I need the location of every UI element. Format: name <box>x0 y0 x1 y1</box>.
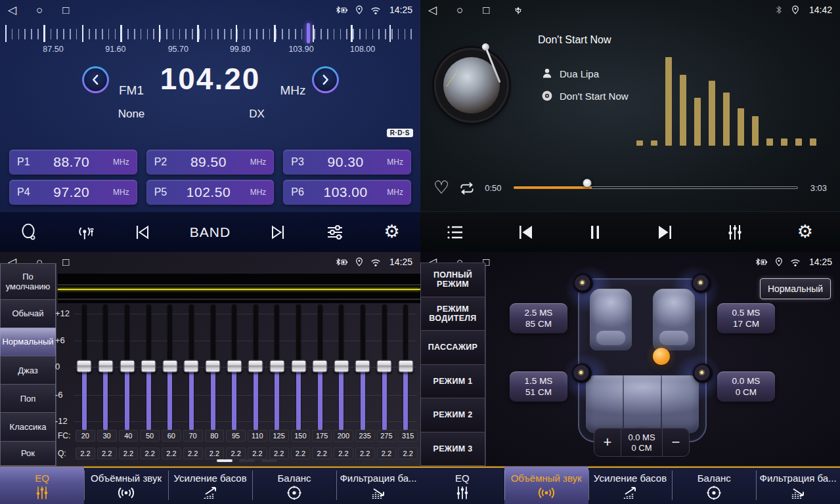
fc-value[interactable]: 40 <box>119 430 139 442</box>
q-value[interactable]: 2.2 <box>183 448 203 459</box>
tab-balance[interactable]: Баланс <box>672 467 756 504</box>
increase-delay-button[interactable]: + <box>594 429 621 456</box>
preset-button-p2[interactable]: P2 89.50 MHz <box>146 150 275 175</box>
q-value[interactable]: 2.2 <box>248 448 267 459</box>
previous-track-button[interactable] <box>516 222 535 242</box>
tab-surround[interactable]: Объёмный звук <box>504 467 588 504</box>
q-value[interactable]: 2.2 <box>269 448 289 459</box>
recents-button[interactable]: □ <box>62 257 69 268</box>
tab-filter[interactable]: Фильтрация ба... <box>756 467 840 504</box>
back-button[interactable]: ◁ <box>8 5 16 16</box>
delay-front-right[interactable]: 0.5 MS 17 CM <box>717 303 775 333</box>
q-value[interactable]: 2.2 <box>377 448 397 459</box>
eq-preset-pop[interactable]: Поп <box>0 384 56 413</box>
mode-2[interactable]: РЕЖИМ 2 <box>420 398 485 432</box>
equalizer-button[interactable] <box>725 222 745 242</box>
eq-slider[interactable] <box>245 304 267 430</box>
q-value[interactable]: 2.2 <box>334 448 353 459</box>
repeat-button[interactable] <box>458 180 475 196</box>
fc-value[interactable]: 30 <box>97 430 117 442</box>
favorite-button[interactable]: ♡ <box>433 179 449 197</box>
eq-slider[interactable] <box>116 304 138 430</box>
eq-slider[interactable] <box>288 304 309 430</box>
seek-next-button[interactable] <box>268 222 288 242</box>
fc-value[interactable]: 315 <box>398 430 418 442</box>
q-value[interactable]: 2.2 <box>355 448 375 459</box>
dial-indicator[interactable] <box>307 23 310 43</box>
recents-button[interactable]: □ <box>62 5 69 16</box>
eq-slider[interactable] <box>160 304 181 430</box>
fc-value[interactable]: 175 <box>312 430 332 442</box>
eq-preset-jazz[interactable]: Джаз <box>0 356 56 385</box>
tab-surround[interactable]: Объёмный звук <box>84 467 168 504</box>
listener-position-handle[interactable] <box>653 348 670 365</box>
recents-button[interactable]: □ <box>483 5 489 16</box>
home-button[interactable]: ○ <box>456 5 463 16</box>
tab-balance[interactable]: Баланс <box>252 467 336 504</box>
q-value[interactable]: 2.2 <box>205 448 225 459</box>
eq-slider[interactable] <box>95 304 117 430</box>
mode-3[interactable]: РЕЖИМ 3 <box>420 432 485 467</box>
tab-eq[interactable]: EQ <box>0 467 84 504</box>
tab-filter[interactable]: Фильтрация ба... <box>336 467 420 504</box>
eq-preset-normal-selected[interactable]: Нормальный <box>0 327 56 356</box>
q-value[interactable]: 2.2 <box>119 448 139 459</box>
eq-slider[interactable] <box>309 304 331 430</box>
q-value[interactable]: 2.2 <box>226 448 246 459</box>
gear-icon[interactable]: ⚙ <box>795 222 815 242</box>
back-button[interactable]: ◁ <box>428 5 437 16</box>
seek-bar-knob[interactable] <box>583 178 592 188</box>
eq-slider[interactable] <box>395 304 416 430</box>
preset-button-p4[interactable]: P4 97.20 MHz <box>9 180 137 205</box>
gear-icon[interactable]: ⚙ <box>382 222 402 242</box>
preset-button-p5[interactable]: P5 102.50 MHz <box>146 180 275 205</box>
seek-bar[interactable] <box>514 182 798 193</box>
preset-button-p6[interactable]: P6 103.00 MHz <box>283 180 411 205</box>
eq-slider[interactable] <box>374 304 395 430</box>
eq-slider[interactable] <box>267 304 288 430</box>
home-button[interactable]: ○ <box>36 5 43 16</box>
eq-preset-default[interactable]: По умолчанию <box>0 263 56 300</box>
profile-button[interactable]: Нормальный <box>760 278 831 299</box>
q-value[interactable]: 2.2 <box>162 448 181 459</box>
eq-preset-custom[interactable]: Обычай <box>0 299 56 328</box>
eq-slider[interactable] <box>223 304 245 430</box>
tab-bass-boost[interactable]: Усиление басов <box>588 467 673 504</box>
album-art[interactable]: ~~~~~~ <box>434 48 509 123</box>
eq-slider[interactable] <box>331 304 353 430</box>
playlist-button[interactable] <box>445 222 465 242</box>
mode-passenger[interactable]: ПАССАЖИР <box>420 330 485 365</box>
eq-slider[interactable] <box>181 304 202 430</box>
fc-value[interactable]: 110 <box>248 430 267 442</box>
q-value[interactable]: 2.2 <box>398 448 418 459</box>
eq-slider[interactable] <box>138 304 160 430</box>
delay-rear-left[interactable]: 1.5 MS 51 CM <box>510 371 567 402</box>
fc-value[interactable]: 125 <box>269 430 289 442</box>
pause-button[interactable] <box>585 222 605 242</box>
scan-button[interactable] <box>18 222 38 242</box>
delay-rear-right[interactable]: 0.0 MS 0 CM <box>717 371 775 402</box>
fc-value[interactable]: 235 <box>355 430 375 442</box>
audio-settings-button[interactable] <box>325 222 345 242</box>
q-value[interactable]: 2.2 <box>140 448 160 459</box>
fc-value[interactable]: 150 <box>291 430 311 442</box>
delay-front-left[interactable]: 2.5 MS 85 CM <box>510 303 567 333</box>
decrease-delay-button[interactable]: − <box>663 429 689 456</box>
q-value[interactable]: 2.2 <box>76 448 95 459</box>
q-value[interactable]: 2.2 <box>291 448 311 459</box>
eq-preset-classic[interactable]: Классика <box>0 412 56 441</box>
fc-value[interactable]: 20 <box>76 430 95 442</box>
fc-value[interactable]: 200 <box>334 430 353 442</box>
fc-value[interactable]: 50 <box>140 430 160 442</box>
eq-slider[interactable] <box>74 304 95 430</box>
q-value[interactable]: 2.2 <box>312 448 332 459</box>
tune-up-button[interactable] <box>312 66 339 93</box>
tab-bass-boost[interactable]: Усиление басов <box>168 467 252 504</box>
mode-1[interactable]: РЕЖИМ 1 <box>420 364 485 399</box>
fc-value[interactable]: 80 <box>205 430 225 442</box>
band-button[interactable]: BAND <box>190 224 231 240</box>
fc-value[interactable]: 70 <box>183 430 203 442</box>
fc-value[interactable]: 95 <box>226 430 246 442</box>
tab-eq[interactable]: EQ <box>420 467 504 504</box>
next-track-button[interactable] <box>655 222 675 242</box>
